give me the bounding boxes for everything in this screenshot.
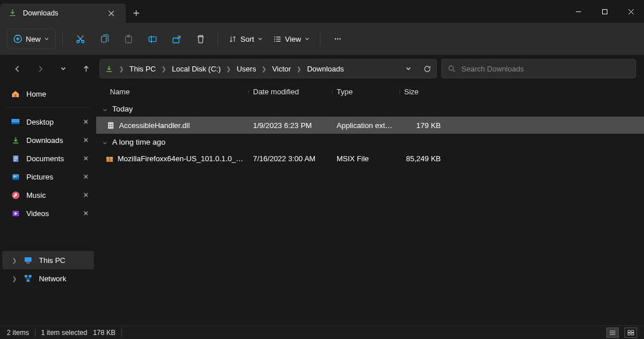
breadcrumb-downloads[interactable]: Downloads <box>307 65 343 73</box>
copy-button[interactable] <box>94 29 114 49</box>
sort-label: Sort <box>240 35 254 43</box>
file-row[interactable]: MozillaFirefoxx64en-US_101.0.1.0_neutral… <box>96 150 644 167</box>
recent-locations-button[interactable] <box>54 59 72 78</box>
file-size: 179 KB <box>400 121 445 130</box>
chevron-right-icon: ❯ <box>294 66 303 72</box>
tab-title: Downloads <box>23 9 98 17</box>
new-label: New <box>26 35 41 43</box>
svg-point-12 <box>449 66 453 70</box>
chevron-right-icon[interactable]: ❯ <box>10 274 18 282</box>
file-row[interactable]: AccessibleHandler.dll 1/9/2023 6:23 PM A… <box>96 117 644 134</box>
main-area: Home Desktop Downloads Documents Picture… <box>0 82 644 325</box>
breadcrumb-local-disk[interactable]: Local Disk (C:) <box>172 65 220 73</box>
details-view-button[interactable] <box>606 328 619 338</box>
file-list: Name Date modified Type Size ⌵ Today Acc… <box>96 82 644 325</box>
svg-point-3 <box>81 40 84 42</box>
nav-home-label: Home <box>26 90 46 98</box>
column-size[interactable]: Size <box>400 87 445 96</box>
column-date[interactable]: Date modified <box>248 87 332 96</box>
new-tab-button[interactable] <box>126 3 147 23</box>
thumbnails-view-button[interactable] <box>625 328 637 338</box>
nav-network-label: Network <box>39 274 66 283</box>
nav-network[interactable]: ❯ Network <box>2 269 94 288</box>
breadcrumb-users[interactable]: Users <box>236 65 256 73</box>
maximize-button[interactable] <box>591 0 618 23</box>
nav-videos[interactable]: Videos <box>2 204 94 222</box>
nav-documents[interactable]: Documents <box>2 149 94 167</box>
nav-home[interactable]: Home <box>2 85 94 103</box>
column-type[interactable]: Type <box>332 87 400 96</box>
chevron-right-icon[interactable]: ❯ <box>10 256 18 264</box>
nav-music-label: Music <box>26 191 46 200</box>
videos-icon <box>10 208 21 218</box>
nav-desktop-label: Desktop <box>26 118 54 126</box>
close-window-button[interactable] <box>618 0 644 23</box>
nav-downloads[interactable]: Downloads <box>2 131 94 149</box>
refresh-button[interactable] <box>423 65 432 73</box>
nav-desktop[interactable]: Desktop <box>2 113 94 131</box>
view-button[interactable]: View <box>270 29 313 49</box>
back-button[interactable] <box>8 59 26 78</box>
breadcrumb-victor[interactable]: Victor <box>272 65 291 73</box>
column-name[interactable]: Name <box>105 87 248 96</box>
pc-icon <box>23 255 33 265</box>
forward-button[interactable] <box>31 59 49 78</box>
new-button[interactable]: New <box>7 29 56 49</box>
sort-button[interactable]: Sort <box>225 29 266 49</box>
up-button[interactable] <box>77 59 95 78</box>
nav-pictures[interactable]: Pictures <box>2 167 94 186</box>
nav-documents-label: Documents <box>26 154 64 163</box>
view-label: View <box>285 35 301 43</box>
svg-rect-7 <box>149 37 156 42</box>
column-headers: Name Date modified Type Size <box>96 82 644 101</box>
paste-button[interactable] <box>118 29 139 49</box>
chevron-down-icon: ⌵ <box>101 105 109 113</box>
svg-rect-0 <box>602 9 607 14</box>
nav-music[interactable]: Music <box>2 186 94 204</box>
svg-rect-26 <box>108 122 113 128</box>
nav-videos-label: Videos <box>26 209 49 218</box>
svg-rect-13 <box>15 94 17 97</box>
svg-rect-24 <box>29 275 31 277</box>
file-date: 1/9/2023 6:23 PM <box>248 121 332 130</box>
cut-button[interactable] <box>70 29 90 49</box>
svg-point-10 <box>337 38 338 39</box>
group-long-ago[interactable]: ⌵ A long time ago <box>96 134 644 150</box>
more-button[interactable] <box>327 29 348 49</box>
address-bar[interactable]: ❯ This PC ❯ Local Disk (C:) ❯ Users ❯ Vi… <box>100 59 437 78</box>
file-date: 7/16/2022 3:00 AM <box>248 154 332 163</box>
svg-rect-33 <box>109 157 110 161</box>
chevron-right-icon: ❯ <box>117 66 126 72</box>
file-type: MSIX File <box>332 154 400 163</box>
file-size: 85,249 KB <box>400 154 445 163</box>
svg-point-30 <box>111 126 112 127</box>
nav-this-pc[interactable]: ❯ This PC <box>2 251 94 269</box>
svg-point-11 <box>339 38 341 39</box>
svg-point-18 <box>14 176 15 177</box>
delete-button[interactable] <box>190 29 211 49</box>
svg-rect-25 <box>27 280 30 282</box>
share-button[interactable] <box>166 29 187 49</box>
svg-rect-4 <box>101 36 106 42</box>
file-name: AccessibleHandler.dll <box>119 121 190 130</box>
search-box[interactable] <box>441 59 636 78</box>
home-icon <box>10 89 21 99</box>
address-dropdown-button[interactable] <box>405 66 412 72</box>
search-input[interactable] <box>461 65 630 73</box>
status-selected-count: 1 item selected <box>41 329 88 337</box>
svg-rect-35 <box>631 330 634 333</box>
nav-this-pc-label: This PC <box>39 256 65 265</box>
status-selected-size: 178 KB <box>93 329 115 337</box>
group-today-label: Today <box>112 105 133 113</box>
download-icon <box>105 65 113 73</box>
minimize-button[interactable] <box>565 0 591 23</box>
documents-icon <box>10 153 21 163</box>
chevron-down-icon: ⌵ <box>101 138 109 146</box>
rename-button[interactable] <box>142 29 163 49</box>
breadcrumb-this-pc[interactable]: This PC <box>129 65 156 73</box>
tab-close-button[interactable] <box>104 6 118 20</box>
group-today[interactable]: ⌵ Today <box>96 101 644 117</box>
tab-downloads[interactable]: Downloads <box>0 3 126 23</box>
chevron-right-icon: ❯ <box>224 66 233 72</box>
navigation-pane: Home Desktop Downloads Documents Picture… <box>0 82 96 325</box>
